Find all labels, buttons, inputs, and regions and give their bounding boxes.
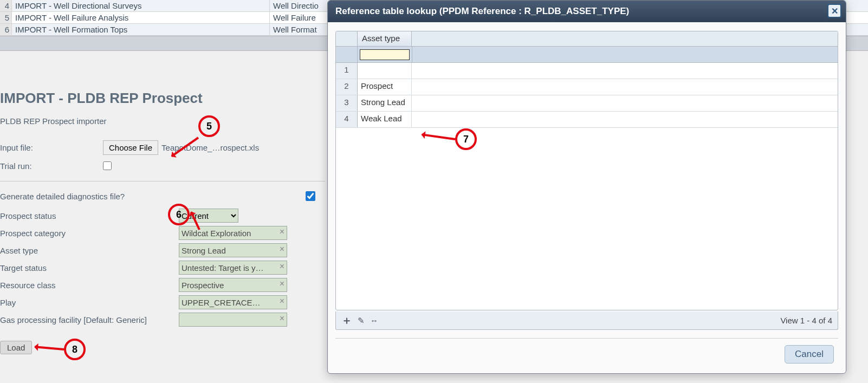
cell-asset-type: Weak Lead [358,112,412,127]
row-name: IMPORT - Well Failure Analysis [12,12,270,23]
resize-icon[interactable]: ↔ [370,316,378,325]
clear-icon[interactable]: × [280,314,284,323]
callout-8: 8 [64,339,86,360]
modal-title: Reference table lookup (PPDM Reference :… [335,6,629,17]
row-index: 5 [0,12,12,23]
diagnostics-checkbox[interactable] [306,191,315,201]
callout-7: 7 [455,128,477,150]
grid-filter-row [336,47,838,63]
row-index: 2 [336,79,358,95]
cancel-button[interactable]: Cancel [785,345,834,363]
prospect-category-lookup[interactable]: Wildcat Exploration × [179,226,287,240]
column-header-asset-type[interactable]: Asset type [358,31,412,46]
play-label: Play [0,298,179,307]
asset-type-lookup[interactable]: Strong Lead × [179,243,287,257]
page-subtitle: PLDB REP Prospect importer [0,116,325,126]
modal-title-bar[interactable]: Reference table lookup (PPDM Reference :… [328,1,846,22]
cell-asset-type: Strong Lead [358,95,412,111]
callout-6: 6 [168,204,190,225]
page-title: IMPORT - PLDB REP Prospect [0,90,325,107]
clear-icon[interactable]: × [280,245,284,254]
row-index: 3 [336,95,358,111]
target-status-lookup[interactable]: Untested: Target is y… × [179,261,287,275]
grid-footer: ＋ ✎ ↔ View 1 - 4 of 4 [335,311,838,330]
table-row[interactable]: 4 Weak Lead [336,112,838,128]
row-index: 4 [0,0,12,11]
choose-file-button[interactable]: Choose File [103,140,158,155]
lookup-grid: Asset type 1 2 Prospect 3 Strong Lead 4 … [335,31,838,310]
row-index: 6 [0,24,12,35]
resource-class-lookup[interactable]: Prospective × [179,278,287,292]
prospect-category-label: Prospect category [0,229,179,238]
input-file-label: Input file: [0,143,103,152]
table-row[interactable]: 3 Strong Lead [336,95,838,112]
load-button[interactable]: Load [0,341,32,354]
cell-asset-type [358,63,412,79]
trial-run-checkbox[interactable] [103,161,112,170]
play-value: UPPER_CRETACE… [182,298,261,307]
table-row[interactable]: 2 Prospect [336,79,838,95]
edit-icon[interactable]: ✎ [358,316,365,326]
filter-input-asset-type[interactable] [360,49,410,60]
cell-asset-type: Prospect [358,79,412,95]
play-lookup[interactable]: UPPER_CRETACE… × [179,295,287,309]
importer-panel: IMPORT - PLDB REP Prospect PLDB REP Pros… [0,65,325,365]
separator [335,338,838,339]
callout-5: 5 [198,115,220,137]
clear-icon[interactable]: × [280,228,284,236]
gas-facility-label: Gas processing facility [Default: Generi… [0,315,179,324]
clear-icon[interactable]: × [280,262,284,271]
prospect-category-value: Wildcat Exploration [182,229,251,238]
clear-icon[interactable]: × [280,297,284,306]
row-index: 4 [336,112,358,127]
chosen-filename: TeapotDome_…rospect.xls [161,143,259,152]
pager-info: View 1 - 4 of 4 [780,316,832,325]
asset-type-value: Strong Lead [182,246,226,255]
table-row[interactable]: 1 [336,63,838,79]
grid-corner [336,31,358,46]
prospect-status-label: Prospect status [0,211,179,220]
add-icon[interactable]: ＋ [341,313,352,328]
row-index: 1 [336,63,358,79]
row-name: IMPORT - Well Formation Tops [12,24,270,35]
clear-icon[interactable]: × [280,280,284,288]
close-icon[interactable]: ✕ [827,4,841,18]
resource-class-value: Prospective [182,281,224,290]
target-status-label: Target status [0,263,179,272]
row-name: IMPORT - Well Directional Surveys [12,0,270,11]
gas-facility-lookup[interactable]: × [179,313,287,327]
asset-type-label: Asset type [0,246,179,255]
grid-header-row: Asset type [336,31,838,47]
diagnostics-label: Generate detailed diagnostics file? [0,192,306,201]
reference-lookup-modal: Reference table lookup (PPDM Reference :… [327,0,846,374]
target-status-value: Untested: Target is y… [182,263,263,272]
resource-class-label: Resource class [0,281,179,290]
separator [0,181,325,181]
trial-run-label: Trial run: [0,161,103,171]
